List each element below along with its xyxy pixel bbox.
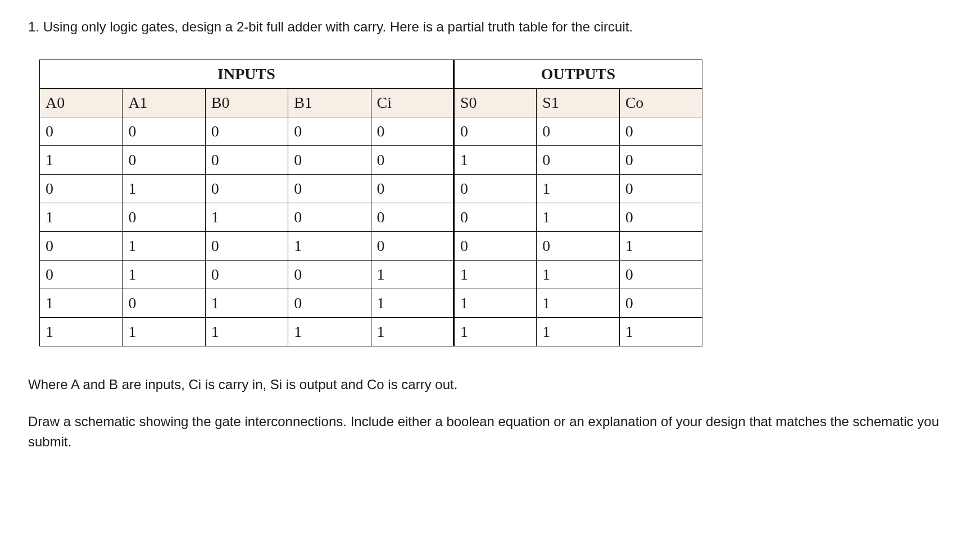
cell: 0: [288, 175, 371, 203]
task-text: Draw a schematic showing the gate interc…: [28, 412, 952, 452]
col-header-a1: A1: [122, 89, 205, 117]
cell: 0: [122, 146, 205, 175]
cell: 0: [619, 289, 702, 318]
cell: 1: [537, 261, 619, 289]
cell: 0: [205, 117, 288, 146]
cell: 1: [371, 318, 453, 346]
table-body: 0 0 0 0 0 0 0 0 1 0 0 0 0 1 0 0 0 1: [40, 117, 702, 346]
table-section-row: INPUTS OUTPUTS: [40, 60, 702, 89]
cell: 0: [453, 175, 536, 203]
cell: 0: [371, 175, 453, 203]
cell: 0: [40, 117, 122, 146]
table-row: 0 1 0 0 1 1 1 0: [40, 261, 702, 289]
col-header-a0: A0: [40, 89, 122, 117]
cell: 1: [371, 261, 453, 289]
cell: 1: [122, 318, 205, 346]
cell: 1: [122, 232, 205, 261]
cell: 0: [371, 117, 453, 146]
cell: 1: [40, 289, 122, 318]
cell: 1: [122, 175, 205, 203]
cell: 0: [619, 261, 702, 289]
cell: 1: [537, 203, 619, 232]
table-row: 0 1 0 1 0 0 0 1: [40, 232, 702, 261]
cell: 0: [371, 146, 453, 175]
col-header-s1: S1: [537, 89, 619, 117]
cell: 0: [453, 232, 536, 261]
explanation-text: Where A and B are inputs, Ci is carry in…: [28, 375, 952, 395]
col-header-b1: B1: [288, 89, 371, 117]
cell: 1: [205, 203, 288, 232]
cell: 0: [453, 203, 536, 232]
cell: 0: [619, 203, 702, 232]
cell: 1: [40, 146, 122, 175]
cell: 1: [537, 175, 619, 203]
cell: 0: [537, 146, 619, 175]
table-row: 0 0 0 0 0 0 0 0: [40, 117, 702, 146]
truth-table: INPUTS OUTPUTS A0 A1 B0 B1 Ci S0 S1 Co 0…: [39, 60, 702, 346]
cell: 0: [453, 117, 536, 146]
cell: 1: [537, 318, 619, 346]
cell: 1: [453, 261, 536, 289]
table-row: 0 1 0 0 0 0 1 0: [40, 175, 702, 203]
cell: 1: [453, 289, 536, 318]
cell: 0: [122, 117, 205, 146]
cell: 1: [205, 318, 288, 346]
cell: 0: [205, 146, 288, 175]
truth-table-wrapper: INPUTS OUTPUTS A0 A1 B0 B1 Ci S0 S1 Co 0…: [28, 60, 952, 346]
cell: 0: [619, 146, 702, 175]
cell: 1: [453, 146, 536, 175]
table-row: 1 0 1 0 1 1 1 0: [40, 289, 702, 318]
cell: 1: [453, 318, 536, 346]
cell: 0: [40, 232, 122, 261]
table-header-row: A0 A1 B0 B1 Ci S0 S1 Co: [40, 89, 702, 117]
cell: 1: [288, 318, 371, 346]
inputs-section-header: INPUTS: [40, 60, 454, 89]
table-row: 1 1 1 1 1 1 1 1: [40, 318, 702, 346]
cell: 0: [288, 289, 371, 318]
cell: 1: [537, 289, 619, 318]
cell: 0: [371, 232, 453, 261]
cell: 0: [205, 232, 288, 261]
cell: 0: [619, 175, 702, 203]
cell: 1: [288, 232, 371, 261]
outputs-section-header: OUTPUTS: [453, 60, 702, 89]
cell: 0: [122, 203, 205, 232]
cell: 0: [40, 175, 122, 203]
col-header-s0: S0: [453, 89, 536, 117]
cell: 0: [288, 146, 371, 175]
cell: 0: [122, 289, 205, 318]
cell: 0: [537, 232, 619, 261]
table-row: 1 0 1 0 0 0 1 0: [40, 203, 702, 232]
cell: 0: [288, 261, 371, 289]
cell: 1: [40, 318, 122, 346]
cell: 0: [537, 117, 619, 146]
cell: 1: [371, 289, 453, 318]
cell: 0: [288, 203, 371, 232]
col-header-co: Co: [619, 89, 702, 117]
cell: 1: [619, 232, 702, 261]
cell: 1: [40, 203, 122, 232]
table-row: 1 0 0 0 0 1 0 0: [40, 146, 702, 175]
cell: 1: [619, 318, 702, 346]
cell: 1: [205, 289, 288, 318]
cell: 1: [122, 261, 205, 289]
cell: 0: [619, 117, 702, 146]
cell: 0: [205, 175, 288, 203]
cell: 0: [371, 203, 453, 232]
question-text: 1. Using only logic gates, design a 2-bi…: [28, 17, 952, 37]
col-header-ci: Ci: [371, 89, 453, 117]
cell: 0: [40, 261, 122, 289]
cell: 0: [205, 261, 288, 289]
col-header-b0: B0: [205, 89, 288, 117]
cell: 0: [288, 117, 371, 146]
